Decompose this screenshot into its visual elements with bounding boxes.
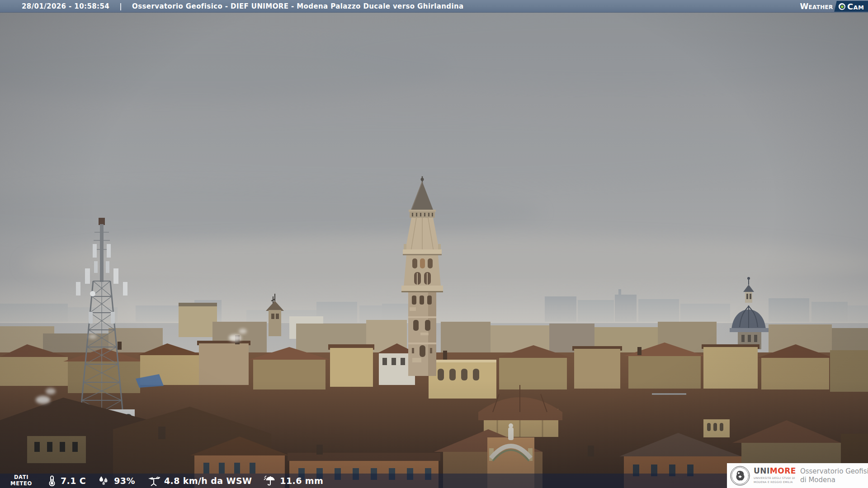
weathercam-badge: Cam <box>834 1 868 12</box>
weathercam-lens-icon <box>839 3 845 9</box>
unimore-subtitle: UNIVERSITÀ DEGLI STUDI DI MODENA E REGGI… <box>754 476 796 483</box>
weathercam-logo: Weather Cam <box>800 0 868 12</box>
webcam-frame: 28/01/2026 - 10:58:54 | Osservatorio Geo… <box>0 0 868 488</box>
unimore-wordmark: UNIMORE UNIVERSITÀ DEGLI STUDI DI MODENA… <box>754 467 796 483</box>
weathercam-weather-label: Weather <box>800 2 833 11</box>
topbar: 28/01/2026 - 10:58:54 | Osservatorio Geo… <box>0 0 868 13</box>
unimore-seal-icon <box>730 466 750 486</box>
city-scene <box>0 0 868 488</box>
humidity-reading: 93% <box>98 475 135 487</box>
timestamp: 28/01/2026 - 10:58:54 <box>22 2 109 10</box>
wind-vane-icon <box>147 475 160 487</box>
meteo-bar-label: DATI METEO <box>7 474 35 487</box>
humidity-drops-icon <box>98 475 110 487</box>
webcam-photo <box>0 0 868 488</box>
wind-reading: 4.8 km/h da WSW <box>147 475 252 487</box>
separator: | <box>119 2 122 10</box>
weathercam-cam-label: Cam <box>847 1 864 11</box>
observatory-name: Osservatorio Geofisico di Modena <box>800 467 868 484</box>
temperature-reading: 7.1 C <box>47 475 86 487</box>
webcam-title: Osservatorio Geofisico - DIEF UNIMORE - … <box>132 2 464 10</box>
precipitation-reading: 11.6 mm <box>264 475 323 487</box>
thermometer-icon <box>47 475 57 487</box>
unimore-logo: UNIMORE UNIVERSITÀ DEGLI STUDI DI MODENA… <box>727 463 868 488</box>
umbrella-rain-icon <box>264 475 276 487</box>
